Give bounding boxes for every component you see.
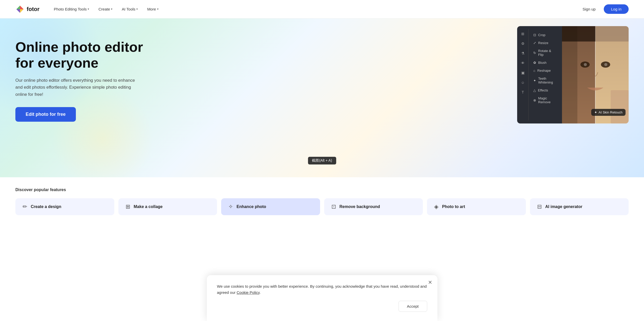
menu-effects[interactable]: △ Effects	[531, 87, 560, 94]
chevron-down-icon: ▾	[88, 7, 89, 11]
features-section: Discover popular features ✏ Create a des…	[0, 177, 644, 231]
photo-to-art-icon: ◈	[434, 203, 438, 210]
reshape-icon: ⌂	[533, 69, 535, 73]
blush-icon: ✿	[533, 61, 536, 65]
cookie-text: We use cookies to provide you with bette…	[217, 283, 427, 296]
menu-blush[interactable]: ✿ Blush	[531, 59, 560, 66]
feature-create-design[interactable]: ✏ Create a design	[15, 198, 114, 215]
ai-icon: ✦	[594, 110, 597, 114]
cookie-actions: Accept	[217, 301, 427, 312]
hero-editor-image: ⊞ ⚙ ⚗ 👁 ▣ ☺ T ⊡ Crop ⤢ Resize ↻	[517, 26, 629, 123]
svg-point-6	[584, 63, 587, 66]
remove-bg-icon: ⊡	[331, 203, 336, 210]
rect-icon: ▣	[520, 70, 525, 75]
nav-item-create[interactable]: Create ▾	[94, 5, 117, 13]
screenshot-tooltip: 截图(Alt + A)	[308, 157, 336, 164]
feature-photo-to-art-label: Photo to art	[442, 204, 465, 210]
nav-auth: Sign up Log in	[578, 4, 629, 14]
feature-remove-bg-label: Remove background	[340, 204, 380, 210]
ai-skin-retouch-badge: ✦ AI Skin Retouch	[591, 109, 626, 116]
chevron-down-icon: ▾	[157, 7, 159, 11]
features-title: Discover popular features	[15, 188, 629, 192]
photo-preview: ✦ AI Skin Retouch	[562, 26, 629, 123]
svg-rect-9	[562, 26, 577, 123]
logo-text: fotor	[27, 6, 39, 13]
navbar: fotor Photo Editing Tools ▾ Create ▾ AI …	[0, 0, 644, 18]
svg-point-7	[604, 63, 607, 66]
menu-crop[interactable]: ⊡ Crop	[531, 31, 560, 39]
crop-icon: ⊡	[533, 33, 536, 37]
feature-make-collage-label: Make a collage	[134, 204, 163, 210]
nav-item-ai-tools[interactable]: AI Tools ▾	[118, 5, 142, 13]
feature-photo-to-art[interactable]: ◈ Photo to art	[427, 198, 526, 215]
nav-item-photo-editing[interactable]: Photo Editing Tools ▾	[50, 5, 93, 13]
editor-panel: ⊞ ⚙ ⚗ 👁 ▣ ☺ T ⊡ Crop ⤢ Resize ↻	[517, 26, 562, 123]
text-icon: T	[520, 90, 525, 95]
menu-teeth[interactable]: ✦ Teeth Whitening	[531, 75, 560, 86]
feature-enhance-photo-label: Enhance photo	[237, 204, 266, 210]
face-icon: ☺	[520, 80, 525, 85]
logo[interactable]: fotor	[15, 5, 39, 14]
feature-make-collage[interactable]: ⊞ Make a collage	[118, 198, 217, 215]
make-collage-icon: ⊞	[126, 203, 130, 210]
create-design-icon: ✏	[23, 203, 27, 210]
feature-ai-generator[interactable]: ⊟ AI image generator	[530, 198, 629, 215]
menu-rotate[interactable]: ↻ Rotate & Flip	[531, 47, 560, 58]
hero-section: Online photo editor for everyone Our onl…	[0, 18, 644, 177]
hero-title: Online photo editor for everyone	[15, 39, 156, 71]
logo-icon	[15, 5, 25, 14]
edit-photo-button[interactable]: Edit photo for free	[15, 107, 76, 122]
signup-button[interactable]: Sign up	[578, 5, 600, 13]
nav-links: Photo Editing Tools ▾ Create ▾ AI Tools …	[50, 5, 578, 13]
feature-remove-bg[interactable]: ⊡ Remove background	[324, 198, 423, 215]
hero-content: Online photo editor for everyone Our onl…	[15, 34, 156, 122]
teeth-icon: ✦	[533, 79, 536, 82]
ai-generator-icon: ⊟	[537, 203, 542, 210]
editor-menu: ⊡ Crop ⤢ Resize ↻ Rotate & Flip ✿ Blush …	[529, 29, 562, 120]
hero-subtitle: Our online photo editor offers everythin…	[15, 77, 138, 98]
cookie-close-button[interactable]: ✕	[428, 279, 432, 285]
features-grid: ✏ Create a design ⊞ Make a collage ✧ Enh…	[15, 198, 629, 215]
menu-magic-remove[interactable]: ⊗ Magic Remove	[531, 95, 560, 106]
rotate-icon: ↻	[533, 51, 536, 55]
cookie-banner: ✕ We use cookies to provide you with bet…	[207, 275, 437, 321]
grid-icon: ⊞	[520, 31, 525, 36]
effects-icon: △	[533, 88, 536, 92]
svg-rect-10	[595, 26, 629, 42]
editor-sidebar-icons: ⊞ ⚙ ⚗ 👁 ▣ ☺ T	[517, 29, 529, 120]
enhance-photo-icon: ✧	[228, 203, 233, 210]
cookie-policy-link[interactable]: Cookie Policy	[237, 290, 260, 295]
login-button[interactable]: Log in	[604, 4, 629, 14]
menu-resize[interactable]: ⤢ Resize	[531, 39, 560, 47]
feature-enhance-photo[interactable]: ✧ Enhance photo	[221, 198, 320, 215]
accept-button[interactable]: Accept	[398, 301, 427, 312]
eye-icon: 👁	[520, 60, 525, 66]
flask-icon: ⚗	[520, 51, 525, 56]
magic-icon: ⊗	[533, 98, 536, 102]
chevron-down-icon: ▾	[136, 7, 138, 11]
resize-icon: ⤢	[533, 41, 536, 45]
menu-reshape[interactable]: ⌂ Reshape	[531, 67, 560, 74]
feature-create-design-label: Create a design	[31, 204, 61, 210]
feature-ai-generator-label: AI image generator	[545, 204, 582, 210]
adjust-icon: ⚙	[520, 41, 525, 46]
chevron-down-icon: ▾	[111, 7, 113, 11]
svg-rect-11	[611, 90, 629, 123]
nav-item-more[interactable]: More ▾	[143, 5, 162, 13]
